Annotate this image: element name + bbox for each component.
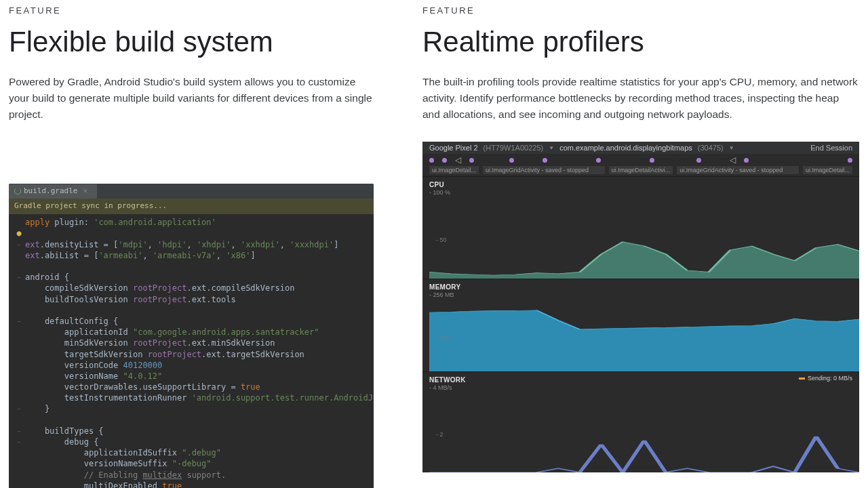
editor-tab[interactable]: build.gradle × [9,184,97,199]
event-dot [442,158,447,163]
network-tick: - 2 [436,431,443,438]
chevron-down-icon[interactable]: ▼ [549,145,554,151]
end-session-button[interactable]: End Session [810,144,852,152]
code-area[interactable]: apply plugin: 'com.android.application' … [9,214,374,488]
memory-title: MEMORY [429,283,859,291]
activity-segment: ui.ImageDetail... [429,166,479,174]
event-dot [596,158,601,163]
device-name[interactable]: Google Pixel 2 [429,144,478,152]
cpu-tick: - 50 [436,237,447,243]
event-dot [542,158,547,163]
memory-tick: - 128 [436,334,450,341]
cpu-title: CPU [429,181,859,188]
memory-max: - 256 MB [429,291,859,298]
activity-segment: ui.ImageDetailActivi... [609,166,673,174]
process-name[interactable]: com.example.android.displayingbitmaps [559,144,692,152]
legend-swatch-icon [799,378,805,380]
cpu-panel[interactable]: CPU - 100 % - 50 [422,176,859,279]
activity-timeline: ui.ImageDetail... ui.ImageGridActivity -… [422,166,859,176]
cpu-max: - 100 % [429,189,859,196]
editor-tabbar: build.gradle × [9,184,374,199]
event-dot [696,158,701,163]
device-id: (HT79W1A00225) [484,144,544,152]
network-max: - 4 MB/s [429,384,859,391]
event-dot [429,158,434,163]
event-dot [848,158,852,163]
chevron-down-icon[interactable]: ▼ [729,145,734,151]
code-editor: build.gradle × Gradle project sync in pr… [9,184,374,488]
feature-eyebrow: FEATURE [9,5,374,16]
activity-segment: ui.ImageDetail... [803,166,852,174]
event-dot [744,158,749,163]
activity-segment: ui.ImageGridActivity - saved - stopped [483,166,605,174]
feature-lead: Powered by Gradle, Android Studio's buil… [9,74,374,123]
event-dot [509,158,514,163]
event-dot [469,158,474,163]
profiler-panel: Google Pixel 2 (HT79W1A00225) ▼ com.exam… [422,142,859,472]
network-title: NETWORK [429,376,859,384]
feature-title: Flexible build system [9,25,374,59]
back-nav-icon: ◁ [730,155,736,165]
process-pid: (30475) [698,144,724,152]
cpu-chart [429,197,859,279]
activity-segment: ui.ImageGridActivity - saved - stopped [677,166,799,174]
editor-tab-label: build.gradle [24,186,77,197]
back-nav-icon: ◁ [455,155,461,165]
network-panel[interactable]: Sending: 0 MB/s NETWORK - 4 MB/s - 2 [422,371,859,472]
profiler-header: Google Pixel 2 (HT79W1A00225) ▼ com.exam… [422,142,859,154]
lightbulb-icon[interactable]: ● [16,228,22,239]
memory-chart [429,300,859,371]
feature-title: Realtime profilers [422,25,859,59]
sync-progress-bar: Gradle project sync in progress... [9,199,374,214]
feature-eyebrow: FEATURE [422,5,859,16]
network-legend: Sending: 0 MB/s [799,375,852,382]
feature-lead: The built-in profiling tools provide rea… [422,74,859,123]
memory-panel[interactable]: MEMORY - 256 MB - 128 [422,279,859,371]
close-icon[interactable]: × [83,186,87,197]
network-chart [429,392,859,472]
sync-spinner-icon [14,188,21,195]
event-timeline[interactable]: ◁ ◁ [422,154,859,166]
event-dot [650,158,654,163]
